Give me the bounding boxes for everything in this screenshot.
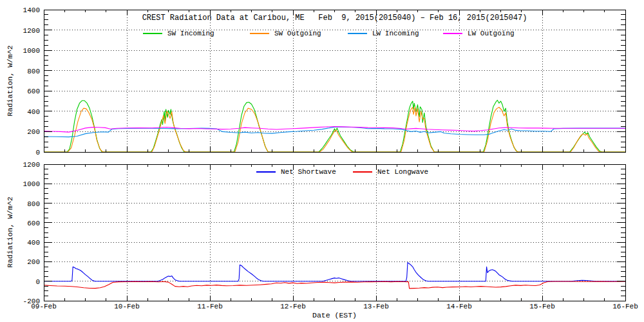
- series-net-shortwave: [44, 263, 625, 281]
- y-tick-label: 800: [27, 68, 40, 75]
- x-tick-label: 10-Feb: [114, 303, 140, 310]
- y-tick-label: 1200: [23, 161, 40, 169]
- plot-frame: [44, 10, 625, 152]
- y-tick-label: 200: [27, 258, 40, 266]
- y-tick-label: 0: [35, 149, 40, 156]
- top-y-axis-label: Radiation, W/m^2: [6, 33, 14, 129]
- chart-title: CREST Radiation Data at Caribou, ME Feb …: [44, 14, 625, 23]
- legend-label: LW Outgoing: [468, 30, 515, 37]
- legend-line-swatch: [353, 171, 372, 173]
- x-tick-label: 16-Feb: [612, 303, 638, 310]
- x-tick-label: 12-Feb: [280, 303, 306, 310]
- charts-svg: 0200400600800100012001400-20002004006008…: [0, 0, 644, 322]
- y-tick-label: 1000: [23, 180, 40, 188]
- x-tick-label: 11-Feb: [197, 303, 223, 310]
- x-tick-label: 13-Feb: [363, 303, 389, 310]
- y-tick-label: 1200: [23, 27, 40, 35]
- series-sw-incoming: [44, 100, 625, 153]
- y-tick-label: 600: [27, 88, 40, 95]
- y-tick-label: 1400: [23, 6, 40, 14]
- y-tick-label: 400: [27, 108, 40, 116]
- plot-frame: [44, 164, 625, 301]
- legend-label: SW Outgoing: [274, 30, 321, 37]
- y-tick-label: 0: [35, 278, 40, 286]
- legend-item: LW Incoming: [348, 30, 419, 37]
- series-net-longwave: [44, 281, 625, 289]
- legend-label: Net Longwave: [377, 168, 428, 176]
- legend-item: SW Outgoing: [250, 30, 321, 37]
- legend-line-swatch: [348, 33, 367, 34]
- legend-item: SW Incoming: [143, 30, 214, 37]
- y-tick-label: 800: [27, 200, 40, 208]
- x-axis-label: Date (EST): [44, 311, 625, 319]
- y-tick-label: 1000: [23, 47, 40, 55]
- legend-label: LW Incoming: [372, 30, 419, 37]
- x-tick-label: 14-Feb: [446, 303, 472, 310]
- legend-label: SW Incoming: [167, 30, 214, 37]
- axis-ticks: [44, 10, 625, 152]
- legend-line-swatch: [256, 171, 276, 173]
- axis-ticks: [44, 164, 625, 301]
- legend-line-swatch: [250, 33, 269, 34]
- x-tick-label: 09-Feb: [31, 303, 57, 310]
- x-tick-label: 15-Feb: [529, 303, 555, 310]
- legend-item: LW Outgoing: [443, 30, 515, 37]
- y-tick-label: 400: [27, 239, 40, 247]
- bottom-y-axis-label: Radiation, W/m^2: [6, 184, 14, 281]
- legend-line-swatch: [143, 33, 162, 34]
- legend-line-swatch: [443, 33, 462, 34]
- radiation-figure: 0200400600800100012001400-20002004006008…: [0, 0, 644, 322]
- legend-label: Net Shortwave: [281, 168, 336, 176]
- legend-item: Net Shortwave: [256, 168, 336, 176]
- y-tick-label: 200: [27, 128, 40, 136]
- y-tick-label: 600: [27, 220, 40, 227]
- legend-item: Net Longwave: [353, 168, 428, 176]
